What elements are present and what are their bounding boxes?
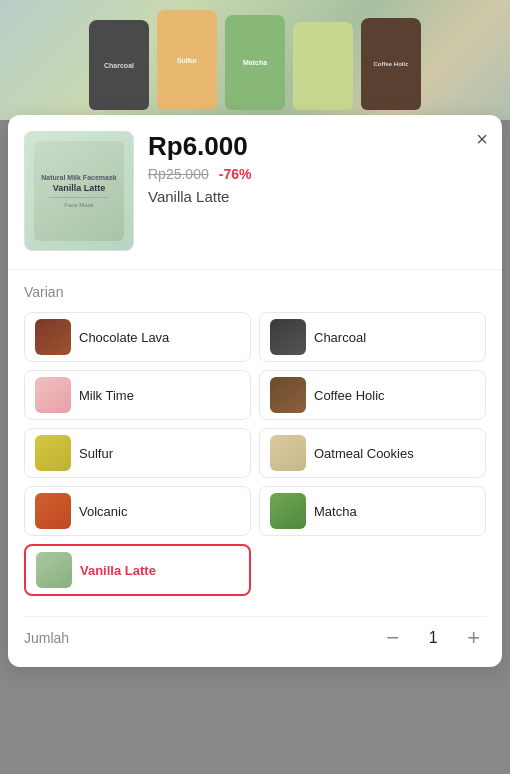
- variant-oatmeal-cookies[interactable]: Oatmeal Cookies: [259, 428, 486, 478]
- variant-thumb-coffee: [270, 377, 306, 413]
- variant-sulfur[interactable]: Sulfur: [24, 428, 251, 478]
- quantity-plus-button[interactable]: +: [461, 625, 486, 651]
- variant-volcanic[interactable]: Volcanic: [24, 486, 251, 536]
- variant-label-charcoal: Charcoal: [314, 330, 366, 345]
- variant-coffee-holic[interactable]: Coffee Holic: [259, 370, 486, 420]
- variant-label-volcanic: Volcanic: [79, 504, 127, 519]
- variant-thumb-charcoal: [270, 319, 306, 355]
- variant-label-coffee: Coffee Holic: [314, 388, 385, 403]
- price-discount: -76%: [219, 166, 252, 182]
- close-button[interactable]: ×: [476, 129, 488, 149]
- bottle-coffee: Coffee Holic: [361, 18, 421, 110]
- variant-matcha[interactable]: Matcha: [259, 486, 486, 536]
- variant-label-choco: Chocolate Lava: [79, 330, 169, 345]
- variant-label-oatmeal: Oatmeal Cookies: [314, 446, 414, 461]
- variant-label-milk: Milk Time: [79, 388, 134, 403]
- bottle-charcoal: Charcoal: [89, 20, 149, 110]
- variant-thumb-choco: [35, 319, 71, 355]
- variant-vanilla-latte[interactable]: Vanilla Latte: [24, 544, 251, 596]
- product-modal: × Natural Milk Facemask Vanilla Latte Fa…: [8, 115, 502, 667]
- jumlah-row: Jumlah − 1 +: [24, 616, 486, 651]
- variant-label-sulfur: Sulfur: [79, 446, 113, 461]
- variant-label-vanilla: Vanilla Latte: [80, 563, 156, 578]
- variant-chocolate-lava[interactable]: Chocolate Lava: [24, 312, 251, 362]
- product-header: Natural Milk Facemask Vanilla Latte Face…: [24, 131, 486, 251]
- product-name: Vanilla Latte: [148, 188, 486, 205]
- varian-section-title: Varian: [24, 284, 486, 300]
- variants-grid: Chocolate Lava Charcoal Milk Time Coffee…: [24, 312, 486, 596]
- variant-milk-time[interactable]: Milk Time: [24, 370, 251, 420]
- variant-thumb-matcha: [270, 493, 306, 529]
- quantity-controls: − 1 +: [380, 625, 486, 651]
- quantity-minus-button[interactable]: −: [380, 625, 405, 651]
- variant-thumb-sulfur: [35, 435, 71, 471]
- product-info: Rp6.000 Rp25.000 -76% Vanilla Latte: [148, 131, 486, 205]
- variant-thumb-milk: [35, 377, 71, 413]
- hero-background: Charcoal Sulfur Matcha Coffee Holic: [0, 0, 510, 120]
- price-row: Rp25.000 -76%: [148, 166, 486, 182]
- price-main: Rp6.000: [148, 131, 486, 162]
- product-image: Natural Milk Facemask Vanilla Latte Face…: [24, 131, 134, 251]
- price-original: Rp25.000: [148, 166, 209, 182]
- bottle-green: [293, 22, 353, 110]
- divider: [8, 269, 502, 270]
- jumlah-label: Jumlah: [24, 630, 69, 646]
- variant-thumb-volcanic: [35, 493, 71, 529]
- variant-thumb-vanilla: [36, 552, 72, 588]
- bottle-matcha: Matcha: [225, 15, 285, 110]
- bottle-sulfur: Sulfur: [157, 10, 217, 110]
- quantity-value: 1: [423, 629, 443, 647]
- variant-thumb-oatmeal: [270, 435, 306, 471]
- variant-label-matcha: Matcha: [314, 504, 357, 519]
- variant-charcoal[interactable]: Charcoal: [259, 312, 486, 362]
